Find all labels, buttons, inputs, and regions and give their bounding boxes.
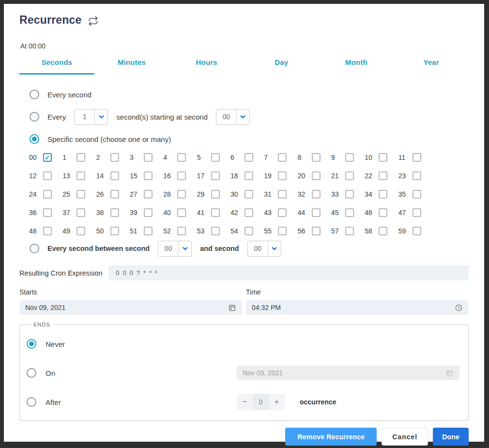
second-checkbox[interactable] — [110, 171, 119, 180]
second-checkbox[interactable] — [110, 153, 119, 162]
clock-icon[interactable] — [455, 304, 463, 312]
second-checkbox[interactable] — [43, 190, 52, 199]
between-to-value: 00 — [248, 241, 268, 256]
second-checkbox[interactable] — [244, 190, 253, 199]
tab-month[interactable]: Month — [319, 54, 394, 75]
second-checkbox[interactable] — [379, 153, 387, 162]
chevron-down-icon — [94, 109, 107, 124]
interval-second-radio[interactable] — [30, 112, 39, 122]
second-checkbox[interactable] — [413, 153, 421, 162]
second-checkbox[interactable] — [278, 153, 287, 162]
second-checkbox[interactable] — [177, 153, 186, 162]
second-checkbox[interactable] — [278, 190, 287, 199]
second-checkbox[interactable] — [211, 227, 220, 235]
second-checkbox[interactable] — [177, 208, 186, 217]
second-label: 4 — [163, 154, 171, 161]
second-checkbox[interactable] — [110, 190, 119, 199]
second-checkbox[interactable] — [76, 208, 85, 217]
second-checkbox[interactable] — [278, 171, 287, 180]
second-checkbox[interactable] — [312, 153, 321, 162]
second-checkbox[interactable] — [413, 171, 421, 180]
second-checkbox[interactable] — [345, 208, 354, 217]
second-checkbox[interactable] — [211, 190, 220, 199]
second-checkbox[interactable] — [76, 153, 85, 162]
second-checkbox[interactable] — [76, 227, 85, 235]
schedule-summary: At 00:00 — [19, 42, 469, 50]
ends-on-date-field: Nov 09, 2021 — [237, 366, 459, 380]
every-second-radio[interactable] — [30, 90, 39, 99]
calendar-icon[interactable] — [228, 304, 236, 312]
second-checkbox[interactable] — [177, 171, 186, 180]
between-to-select[interactable]: 00 — [247, 241, 281, 257]
second-label: 48 — [29, 227, 37, 235]
done-button[interactable]: Done — [433, 428, 469, 446]
second-checkbox[interactable] — [76, 190, 85, 199]
second-checkbox[interactable] — [43, 227, 52, 235]
ends-after-radio[interactable] — [27, 397, 36, 407]
occurrence-count-value[interactable]: 0 — [253, 394, 269, 410]
second-label: 29 — [197, 190, 205, 198]
second-checkbox[interactable] — [379, 227, 387, 235]
second-checkbox[interactable] — [144, 171, 153, 180]
tab-day[interactable]: Day — [244, 54, 319, 75]
second-checkbox[interactable] — [244, 227, 253, 235]
second-option: 57 — [331, 227, 365, 235]
second-checkbox[interactable] — [43, 153, 52, 162]
second-checkbox[interactable] — [144, 208, 153, 217]
second-checkbox[interactable] — [110, 227, 119, 235]
second-label: 3 — [130, 154, 138, 161]
second-checkbox[interactable] — [278, 227, 287, 235]
cancel-button[interactable]: Cancel — [382, 428, 428, 446]
second-checkbox[interactable] — [177, 190, 186, 199]
second-checkbox[interactable] — [312, 227, 321, 235]
second-checkbox[interactable] — [244, 208, 253, 217]
second-checkbox[interactable] — [379, 190, 387, 199]
specific-second-radio[interactable] — [30, 134, 39, 144]
second-checkbox[interactable] — [345, 227, 354, 235]
second-checkbox[interactable] — [211, 171, 220, 180]
second-checkbox[interactable] — [43, 171, 52, 180]
tab-minutes[interactable]: Minutes — [94, 54, 169, 75]
second-checkbox[interactable] — [144, 227, 153, 235]
second-checkbox[interactable] — [211, 208, 220, 217]
second-checkbox[interactable] — [244, 153, 253, 162]
second-checkbox[interactable] — [110, 208, 119, 217]
ends-never-radio[interactable] — [27, 339, 36, 349]
second-checkbox[interactable] — [177, 227, 186, 235]
interval-value-select[interactable]: 1 — [74, 109, 108, 125]
second-checkbox[interactable] — [244, 171, 253, 180]
second-checkbox[interactable] — [211, 153, 220, 162]
between-seconds-radio[interactable] — [30, 244, 39, 253]
second-checkbox[interactable] — [312, 208, 321, 217]
second-checkbox[interactable] — [43, 208, 52, 217]
second-checkbox[interactable] — [345, 153, 354, 162]
start-time-field[interactable]: 04:32 PM — [246, 300, 469, 315]
plus-icon[interactable]: + — [269, 394, 285, 410]
tab-hours[interactable]: Hours — [169, 54, 244, 75]
second-checkbox[interactable] — [278, 208, 287, 217]
second-option: 55 — [264, 227, 297, 235]
second-checkbox[interactable] — [76, 171, 85, 180]
second-option: 24 — [29, 190, 62, 199]
second-checkbox[interactable] — [379, 171, 387, 180]
second-checkbox[interactable] — [379, 208, 387, 217]
second-checkbox[interactable] — [144, 190, 153, 199]
second-checkbox[interactable] — [413, 227, 421, 235]
second-checkbox[interactable] — [345, 190, 354, 199]
second-checkbox[interactable] — [413, 208, 421, 217]
second-checkbox[interactable] — [312, 171, 321, 180]
second-checkbox[interactable] — [345, 171, 354, 180]
minus-icon[interactable]: − — [237, 394, 253, 410]
start-date-field[interactable]: Nov 09, 2021 — [19, 300, 242, 315]
remove-recurrence-button[interactable]: Remove Recurrence — [285, 428, 377, 446]
tab-year[interactable]: Year — [394, 54, 469, 75]
second-checkbox[interactable] — [413, 190, 421, 199]
start-date-value: Nov 09, 2021 — [25, 304, 224, 311]
ends-on-radio[interactable] — [27, 368, 36, 378]
tab-seconds[interactable]: Seconds — [19, 54, 94, 75]
interval-start-select[interactable]: 00 — [216, 109, 250, 125]
second-checkbox[interactable] — [312, 190, 321, 199]
ends-never-label: Never — [46, 340, 65, 348]
between-from-select[interactable]: 00 — [158, 241, 192, 257]
second-checkbox[interactable] — [144, 153, 153, 162]
